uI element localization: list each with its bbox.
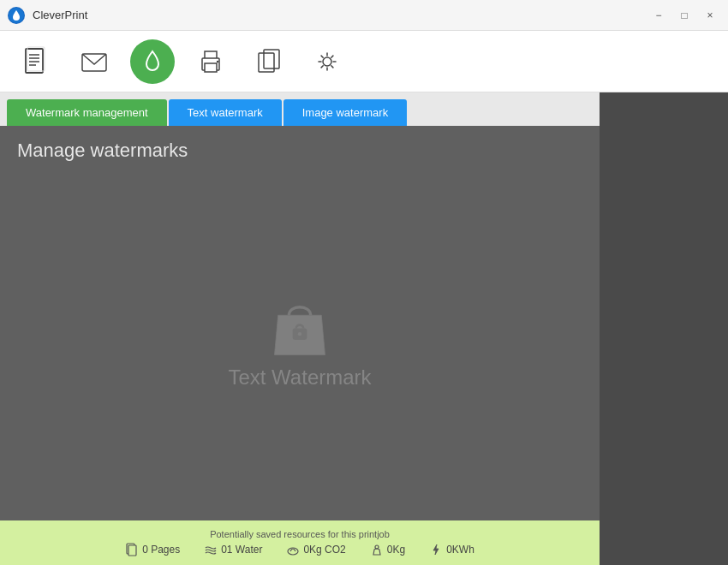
svg-point-11 [217, 60, 218, 62]
empty-state-area: Text Watermark [17, 175, 582, 507]
watermark-toolbar-button[interactable] [130, 39, 175, 84]
stat-water: 01 Water [204, 543, 262, 556]
watermark-placeholder: Text Watermark [228, 294, 371, 390]
printer-toolbar-button[interactable] [188, 39, 233, 84]
app-logo-icon [7, 6, 26, 25]
svg-rect-10 [205, 63, 217, 72]
tab-text-watermark[interactable]: Text watermark [169, 99, 282, 126]
svg-point-16 [298, 332, 301, 336]
svg-point-14 [323, 57, 331, 66]
title-bar-left: CleverPrint [7, 6, 87, 25]
envelope-icon [79, 46, 110, 77]
empty-state-label: Text Watermark [228, 366, 371, 390]
pages-stat-value: 0 Pages [142, 544, 180, 556]
app-title: CleverPrint [33, 9, 87, 21]
footer: Potentially saved resources for this pri… [0, 520, 600, 565]
stat-weight: 0Kg [370, 543, 405, 556]
copy-toolbar-button[interactable] [247, 39, 291, 84]
settings-toolbar-button[interactable] [305, 39, 349, 84]
toolbar [0, 31, 728, 92]
svg-rect-7 [27, 47, 45, 71]
tabs-bar: Watermark management Text watermark Imag… [0, 92, 600, 126]
watermark-area: Manage watermarks Text Watermark [0, 126, 600, 520]
page-title: Manage watermarks [17, 140, 582, 162]
tab-image-watermark[interactable]: Image watermark [283, 99, 407, 126]
minimize-button[interactable]: − [647, 7, 670, 24]
placeholder-bag-icon [266, 294, 334, 362]
energy-stat-value: 0KWh [446, 544, 474, 556]
stat-co2: 0Kg CO2 [286, 543, 345, 556]
tab-watermark-management[interactable]: Watermark management [7, 99, 167, 126]
content-panel: Watermark management Text watermark Imag… [0, 92, 600, 565]
water-stat-icon [204, 543, 218, 556]
stat-pages: 0 Pages [125, 543, 180, 556]
close-button[interactable]: × [699, 7, 721, 24]
co2-stat-icon [286, 543, 300, 556]
title-bar: CleverPrint − □ × [0, 0, 728, 31]
pages-stat-icon [125, 543, 139, 556]
document-toolbar-button[interactable] [14, 39, 58, 84]
watermark-icon [137, 46, 168, 77]
maximize-button[interactable]: □ [673, 7, 695, 24]
right-sidebar [600, 92, 728, 565]
footer-title: Potentially saved resources for this pri… [210, 529, 390, 539]
settings-icon [312, 46, 343, 77]
stat-energy: 0KWh [429, 543, 474, 556]
energy-stat-icon [429, 543, 443, 556]
title-bar-controls: − □ × [647, 7, 721, 24]
main-content: Watermark management Text watermark Imag… [0, 92, 728, 565]
weight-stat-icon [370, 543, 384, 556]
footer-stats: 0 Pages 01 Water [125, 543, 474, 556]
svg-rect-2 [26, 49, 43, 73]
co2-stat-value: 0Kg CO2 [303, 544, 345, 556]
weight-stat-value: 0Kg [387, 544, 405, 556]
printer-icon [195, 46, 226, 77]
svg-rect-18 [128, 545, 136, 556]
document-icon [21, 46, 51, 77]
water-stat-value: 01 Water [221, 544, 262, 556]
copy-icon [254, 46, 284, 77]
envelope-toolbar-button[interactable] [72, 39, 116, 84]
